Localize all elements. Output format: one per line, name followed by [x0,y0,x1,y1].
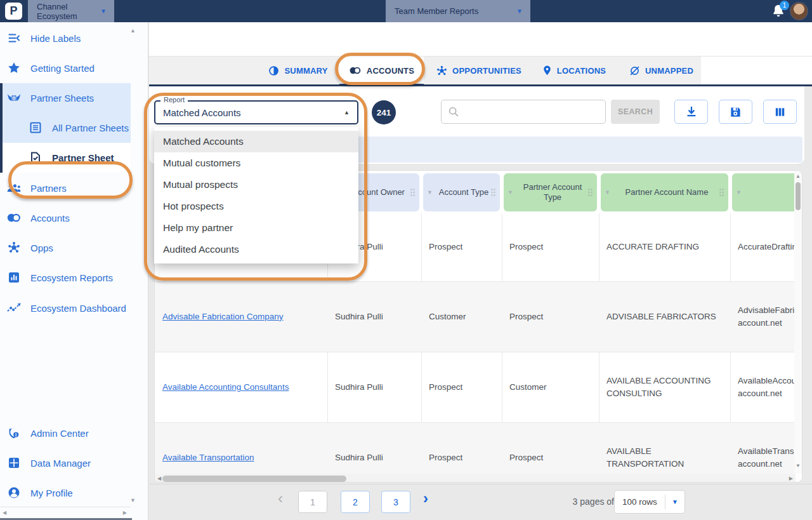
sidebar-item-label: Accounts [30,213,70,223]
user-avatar[interactable] [790,2,808,20]
drag-dots-icon[interactable] [490,188,496,197]
download-icon [685,105,698,118]
cell-account-type: Prospect [429,213,494,281]
report-option-mutual-prospects[interactable]: Mutual prospects [154,174,358,196]
sidebar-item-accounts[interactable]: Accounts [0,205,131,230]
scroll-right-icon[interactable]: ▶ [123,510,127,516]
winged-sheet-icon [6,93,22,103]
sidebar-item-label: Opps [30,243,53,253]
report-option-audited-accounts[interactable]: Audited Accounts [154,239,358,260]
save-button[interactable] [719,100,752,124]
sidebar-item-label: Partner Sheet [52,152,114,163]
previous-page-icon[interactable]: ‹ [278,490,283,507]
sidebar-item-ecosystem-reports[interactable]: Ecosystem Reports [0,265,131,290]
sidebar-horizontal-scrollbar[interactable]: ◀ ▶ [0,507,131,517]
tab-accounts[interactable]: ACCOUNTS [339,57,424,84]
chevron-down-icon: ▼ [506,8,523,15]
sidebar-scroll-up-icon[interactable]: ▲ [130,27,136,34]
app-logo[interactable]: P [5,3,22,20]
drag-dots-icon[interactable] [719,188,724,197]
account-link[interactable]: Advisable Fabrication Company [162,310,284,323]
sidebar-item-data-manager[interactable]: Data Manager [0,450,131,476]
columns-button[interactable] [763,100,797,124]
cell-partner-account-type: Prospect [509,282,591,352]
tab-locations[interactable]: LOCATIONS [536,57,612,84]
sidebar-item-opps[interactable]: Opps [0,235,131,260]
overlap-circles-icon [6,213,22,223]
drag-dots-icon[interactable] [587,188,593,197]
sidebar-item-label: Ecosystem Dashboard [30,303,126,314]
horizontal-scroll-thumb[interactable] [162,476,346,482]
sort-caret-icon[interactable]: ▼ [427,189,437,196]
sidebar-item-ecosystem-dashboard[interactable]: Ecosystem Dashboard [0,295,131,321]
column-header-partner-clipped[interactable]: ▼ P [732,173,802,211]
search-box [441,100,606,124]
team-reports-selector[interactable]: Team Member Reports ▼ [386,0,530,22]
scroll-right-icon[interactable]: ▶ [789,476,793,481]
table-vertical-scrollbar[interactable]: ▲ ▼ [794,171,802,474]
report-option-mutual-customers[interactable]: Mutual customers [154,152,358,174]
sidebar-item-partners[interactable]: Partners [0,175,131,201]
search-button[interactable]: SEARCH [611,100,660,124]
sort-caret-icon[interactable]: ▼ [605,189,615,196]
rows-per-page-select[interactable]: 100 rows ▼ [614,490,685,514]
sidebar-item-label: Admin Center [30,428,89,439]
sidebar-item-label: Getting Started [30,63,95,74]
sidebar-item-partner-sheets[interactable]: Partner Sheets [0,85,131,110]
sidebar-item-label: Hide Labels [30,33,81,44]
workspace-selector[interactable]: Channel Ecosystem ▼ [28,0,114,22]
scroll-left-icon[interactable]: ◀ [3,510,6,516]
sidebar-item-partner-sheet[interactable]: Partner Sheet [0,145,131,170]
trend-line-icon [6,303,22,313]
slashed-circle-icon [629,65,640,76]
scroll-down-icon[interactable]: ▼ [796,463,801,469]
column-header-partner-account-name[interactable]: ▼ Partner Account Name [601,173,728,211]
star-icon [6,62,22,74]
chevron-down-icon: ▼ [665,498,684,505]
page-button-2[interactable]: 2 [341,491,370,513]
cell-account-type: Customer [429,282,494,352]
doc-check-icon [28,151,43,164]
tab-unmapped[interactable]: UNMAPPED [622,57,701,84]
sort-caret-icon[interactable]: ▼ [736,189,746,196]
next-page-icon[interactable]: › [423,490,428,507]
page-button-3[interactable]: 3 [381,491,410,513]
pagination-footer: ‹ 1 2 3 › 3 pages of 100 rows ▼ [149,484,812,520]
pie-chart-icon [268,65,279,76]
sidebar-scroll-down-icon[interactable]: ▼ [130,497,136,503]
report-option-matched-accounts[interactable]: Matched Accounts [154,131,358,152]
sidebar-item-getting-started[interactable]: Getting Started [0,55,131,81]
report-option-hot-prospects[interactable]: Hot prospects [154,196,358,217]
report-select-value: Matched Accounts [163,107,241,118]
report-option-help-my-partner[interactable]: Help my partner [154,217,358,239]
search-input[interactable] [464,107,599,117]
account-link[interactable]: Available Accounting Consultants [162,381,289,394]
sort-caret-icon[interactable]: ▼ [508,189,518,196]
scroll-up-icon[interactable]: ▲ [796,173,801,179]
sidebar-item-all-partner-sheets[interactable]: All Partner Sheets [0,115,131,140]
table-row: Available Accounting Consultants Sudhira… [155,352,796,423]
notification-count-badge: 1 [780,1,789,10]
drag-dots-icon[interactable] [410,188,416,197]
scroll-left-icon[interactable]: ◀ [157,476,161,481]
account-link[interactable]: Available Transportation [162,451,254,464]
table-horizontal-scrollbar[interactable]: ◀ ▶ [155,474,796,483]
sidebar-item-admin-center[interactable]: Admin Center [0,420,131,446]
tab-summary[interactable]: SUMMARY [257,57,339,84]
column-header-partner-account-type[interactable]: ▼ Partner Account Type [504,173,597,211]
page-button-1[interactable]: 1 [298,491,327,513]
cell-partner-extra: AccurateDraftin [738,213,801,281]
grid-icon [6,457,22,469]
sidebar-item-label: Ecosystem Reports [30,272,113,283]
table-row: Advisable Fabrication Company Sudhira Pu… [155,282,796,352]
sidebar-item-hide-labels[interactable]: Hide Labels [0,25,131,51]
sidebar-item-my-profile[interactable]: My Profile [0,480,131,505]
download-button[interactable] [674,100,708,124]
vertical-scroll-thumb[interactable] [796,182,801,210]
cell-account-owner: Sudhira Pulli [335,282,414,352]
list-icon [28,121,43,134]
column-header-account-type[interactable]: ▼ Account Type [423,173,500,211]
tab-opportunities[interactable]: OPPORTUNITIES [426,57,532,84]
report-select[interactable]: Matched Accounts ▲ [154,100,358,124]
chevron-up-icon: ▲ [344,109,350,116]
